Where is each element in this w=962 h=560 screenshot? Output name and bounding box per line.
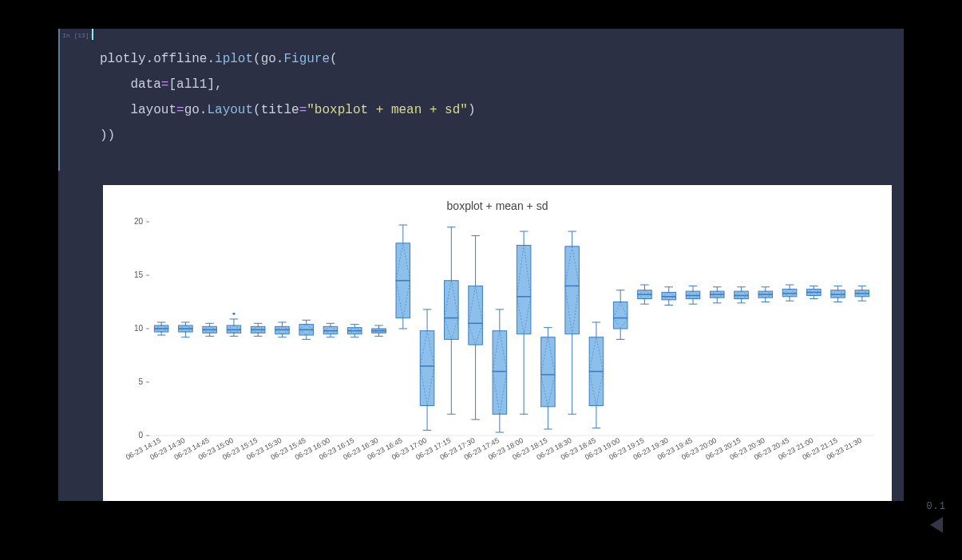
boxplot-chart[interactable]: 0510152006-23 14:1506-23 14:3006-23 14:4… [113, 217, 882, 491]
code-line: layout=go.Layout(title="boxplot + mean +… [100, 97, 904, 123]
svg-text:20: 20 [134, 217, 144, 226]
svg-text:15: 15 [134, 270, 144, 279]
input-prompt: In [13]: [62, 32, 93, 39]
svg-rect-136 [445, 281, 459, 340]
svg-rect-166 [517, 245, 531, 333]
code-input[interactable]: plotly.offline.iplot(go.Figure( data=[al… [58, 29, 904, 171]
svg-rect-186 [565, 246, 580, 334]
code-line: plotly.offline.iplot(go.Figure( [100, 46, 904, 72]
svg-rect-146 [469, 286, 483, 345]
code-line: )) [100, 123, 904, 148]
output-area: boxplot + mean + sd 0510152006-23 14:150… [103, 185, 892, 501]
version-label: 0.1 [926, 501, 946, 512]
notebook-cell: In [13]: plotly.offline.iplot(go.Figure(… [58, 29, 904, 501]
svg-text:0: 0 [138, 431, 143, 440]
svg-rect-126 [420, 331, 434, 406]
svg-text:5: 5 [138, 377, 143, 386]
svg-rect-176 [541, 337, 556, 407]
chart-title: boxplot + mean + sd [113, 199, 882, 212]
svg-rect-156 [493, 331, 507, 415]
cursor-indicator [92, 29, 93, 40]
svg-rect-206 [613, 302, 627, 329]
svg-point-51 [232, 313, 235, 315]
code-line: data=[all1], [100, 72, 904, 97]
collapse-arrow-icon[interactable] [930, 517, 943, 533]
svg-text:10: 10 [134, 324, 144, 333]
